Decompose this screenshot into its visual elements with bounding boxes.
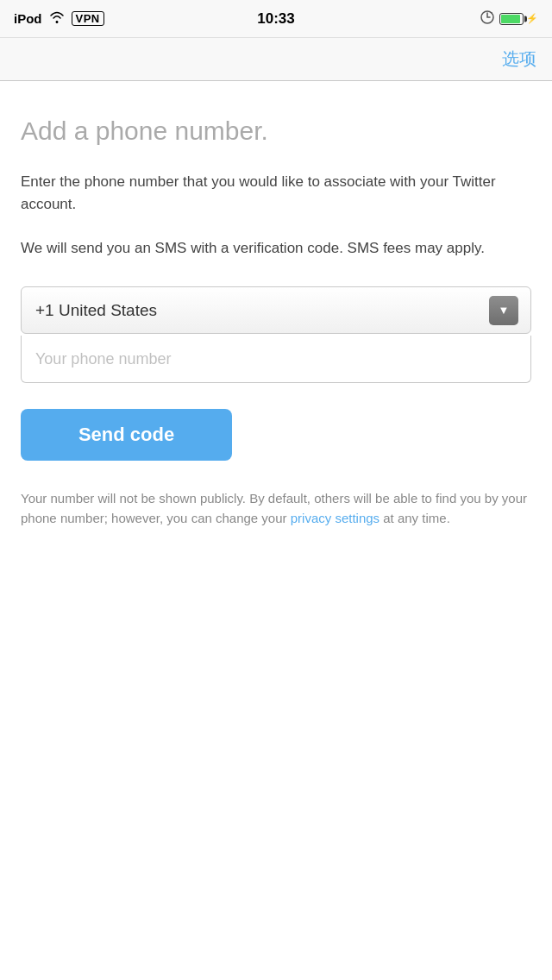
send-code-button[interactable]: Send code: [21, 409, 232, 461]
main-content: Add a phone number. Enter the phone numb…: [0, 81, 552, 555]
vpn-badge: VPN: [72, 11, 104, 26]
description-text: Enter the phone number that you would li…: [21, 171, 531, 259]
privacy-settings-link[interactable]: privacy settings: [291, 511, 380, 525]
battery-indicator: ⚡: [499, 13, 538, 25]
phone-input-container: [21, 336, 531, 383]
privacy-notice-before: Your number will not be shown publicly. …: [21, 491, 527, 525]
dropdown-arrow-icon: ▼: [489, 296, 518, 325]
privacy-notice: Your number will not be shown publicly. …: [21, 488, 531, 529]
page-title: Add a phone number.: [21, 116, 531, 147]
nav-bar: 选项: [0, 38, 552, 81]
device-label: iPod: [14, 11, 42, 26]
status-bar: iPod VPN 10:33 ⚡: [0, 0, 552, 38]
country-value: +1 United States: [35, 301, 157, 320]
country-selector[interactable]: +1 United States ▼: [21, 286, 531, 334]
wifi-icon: [49, 11, 65, 26]
charging-icon: ⚡: [526, 13, 538, 24]
options-button[interactable]: 选项: [502, 47, 536, 71]
lock-orientation-icon: [480, 10, 494, 28]
privacy-notice-after: at any time.: [380, 511, 450, 525]
phone-number-input[interactable]: [21, 336, 531, 383]
status-right: ⚡: [480, 10, 538, 28]
status-left: iPod VPN: [14, 11, 104, 26]
status-time: 10:33: [257, 10, 294, 28]
